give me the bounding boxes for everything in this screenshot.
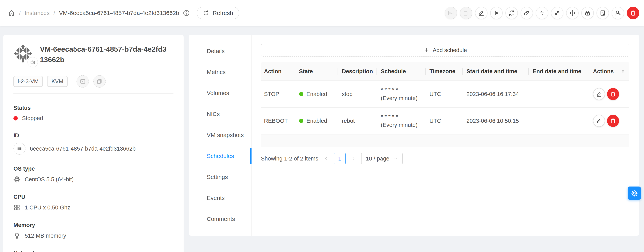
field-label: CPU <box>14 194 174 200</box>
field-label: OS type <box>14 165 174 172</box>
copy-button[interactable] <box>93 75 106 88</box>
home-icon[interactable] <box>8 9 15 17</box>
edit-schedule-button[interactable] <box>593 115 605 127</box>
console-button[interactable] <box>445 7 457 19</box>
main-area: VM-6eeca5ca-6761-4857-b7da-4e2fd313662b … <box>0 26 644 252</box>
memory-value: 512 MB memory <box>25 233 66 239</box>
page-size-select[interactable]: 10 / page <box>361 153 402 164</box>
cell-start-date: 2023-06-06 16:17:34 <box>462 81 529 108</box>
col-state: State <box>295 62 338 81</box>
terminal-icon <box>80 78 86 85</box>
status-dot-red <box>14 116 18 121</box>
assign-vm-button[interactable] <box>596 7 609 19</box>
top-bar: / Instances / VM-6eeca5ca-6761-4857-b7da… <box>0 0 644 26</box>
project-settings-button[interactable] <box>628 187 641 200</box>
cron-note: (Every minute) <box>381 121 426 129</box>
reboot-vm-button[interactable] <box>506 7 518 19</box>
chevron-down-icon <box>393 156 398 161</box>
lock-icon <box>584 10 591 16</box>
cell-state: Enabled <box>295 81 338 108</box>
move-arrows-icon <box>569 10 576 16</box>
attach-iso-button[interactable] <box>520 7 533 19</box>
add-user-button[interactable] <box>612 7 624 19</box>
tab-nics[interactable]: NICs <box>189 104 251 125</box>
tab-settings[interactable]: Settings <box>189 166 251 187</box>
user-add-icon <box>614 10 621 16</box>
copy-button[interactable] <box>460 7 472 19</box>
table-row: STOP Enabled stop * * * * * (Every minu <box>261 81 630 108</box>
field-label: Status <box>14 105 174 111</box>
field-label: ID <box>14 132 174 139</box>
cell-state: Enabled <box>295 108 338 134</box>
cron-expression: * * * * * <box>381 86 426 94</box>
col-description: Description <box>338 62 377 81</box>
vm-detail-card: Details Metrics Volumes NICs VM snapshot… <box>189 35 639 236</box>
copy-icon <box>463 10 469 16</box>
console-button[interactable] <box>76 75 89 88</box>
cell-actions <box>589 81 630 108</box>
table-footer-strip <box>261 134 630 147</box>
edit-icon <box>596 118 602 124</box>
add-schedule-button[interactable]: Add schedule <box>261 44 630 57</box>
previous-page-button[interactable] <box>322 155 330 162</box>
cell-end-date <box>529 81 589 108</box>
table-header-row: Action State Description Schedule Timezo… <box>261 62 630 81</box>
page-number-button[interactable]: 1 <box>334 153 346 164</box>
cell-action: REBOOT <box>261 108 295 134</box>
col-timezone: Timezone <box>426 62 462 81</box>
cell-schedule: * * * * * (Every minute) <box>377 108 426 134</box>
scale-vm-button[interactable] <box>551 7 564 19</box>
help-icon[interactable] <box>182 9 190 17</box>
copy-id-button[interactable] <box>14 143 26 155</box>
vm-id-value: 6eeca5ca-6761-4857-b7da-4e2fd313662b <box>30 145 136 152</box>
field-status: Status Stopped <box>14 105 174 122</box>
camera-icon <box>30 59 36 65</box>
enabled-dot <box>299 119 303 123</box>
edit-schedule-button[interactable] <box>593 88 605 100</box>
refresh-button[interactable]: Refresh <box>197 7 239 19</box>
cpu-value: 1 CPU x 0.50 Ghz <box>25 204 70 211</box>
field-label: Network <box>14 250 174 252</box>
vm-logo <box>14 43 32 65</box>
schedules-panel: Add schedule Action State Description Sc… <box>252 35 639 236</box>
tab-schedules[interactable]: Schedules <box>189 145 251 166</box>
field-id: ID 6eeca5ca-6761-4857-b7da-4e2fd313662b <box>14 132 174 155</box>
add-schedule-label: Add schedule <box>433 47 467 53</box>
pagination-summary: Showing 1-2 of 2 items <box>261 155 318 162</box>
status-value: Stopped <box>22 115 43 122</box>
col-start-date: Start date and time <box>462 62 529 81</box>
table-row: REBOOT Enabled rebot * * * * * (Every m <box>261 108 630 134</box>
edit-button[interactable] <box>475 7 488 19</box>
tab-vm-snapshots[interactable]: VM snapshots <box>189 125 251 145</box>
delete-schedule-button[interactable] <box>607 88 619 100</box>
centos-icon <box>14 176 20 183</box>
filter-icon[interactable] <box>620 69 626 74</box>
move-vm-button[interactable] <box>566 7 578 19</box>
col-actions: Actions <box>589 62 630 81</box>
start-vm-button[interactable] <box>490 7 503 19</box>
bulb-icon <box>14 232 20 239</box>
tab-volumes[interactable]: Volumes <box>189 83 251 104</box>
plus-icon <box>424 47 429 53</box>
breadcrumb-instances-link[interactable]: Instances <box>24 10 50 16</box>
cell-action: STOP <box>261 81 295 108</box>
tab-metrics[interactable]: Metrics <box>189 62 251 83</box>
edit-icon <box>596 91 602 97</box>
tab-details[interactable]: Details <box>189 41 251 62</box>
vm-internal-name-tag: i-2-3-VM <box>14 76 43 87</box>
migrate-vm-button[interactable] <box>536 7 548 19</box>
tab-events[interactable]: Events <box>189 187 251 209</box>
tab-comments[interactable]: Comments <box>189 209 251 230</box>
swap-arrows-icon <box>539 10 545 16</box>
chevron-left-icon <box>323 156 329 161</box>
vm-tags-row: i-2-3-VM KVM <box>14 75 174 88</box>
grid-icon <box>14 204 20 211</box>
next-page-button[interactable] <box>350 155 357 162</box>
edit-icon <box>478 10 484 16</box>
reset-password-button[interactable] <box>581 7 594 19</box>
field-cpu: CPU 1 CPU x 0.50 Ghz <box>14 194 174 211</box>
trash-icon <box>630 10 636 16</box>
camera-badge[interactable] <box>28 57 38 67</box>
destroy-vm-button[interactable] <box>627 7 639 19</box>
delete-schedule-button[interactable] <box>607 115 619 127</box>
